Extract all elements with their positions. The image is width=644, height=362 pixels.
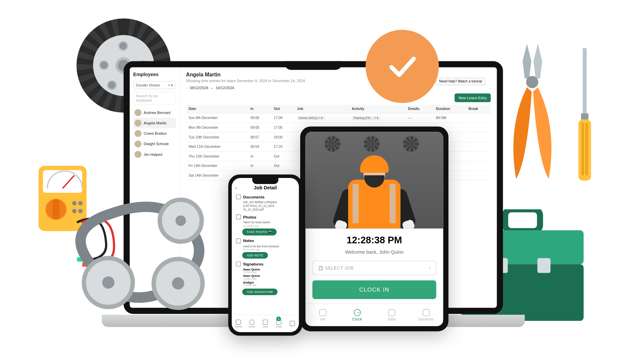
checkmark-badge <box>366 30 439 103</box>
date-range-picker[interactable]: ‹ 08/12/2024–14/12/2024 › <box>186 85 491 90</box>
svg-rect-4 <box>582 123 584 175</box>
signature-row: Godgst2 years ago <box>243 281 294 287</box>
svg-rect-10 <box>537 258 550 273</box>
select-job-dropdown[interactable]: 📋 SELECT JOB› <box>312 261 436 275</box>
note-icon <box>236 238 241 243</box>
tablet-bottom-nav: meClockJobsServices <box>306 303 443 326</box>
svg-point-25 <box>102 277 114 289</box>
document-icon <box>236 194 241 199</box>
svg-point-0 <box>526 76 538 88</box>
svg-rect-3 <box>578 120 591 181</box>
employee-row[interactable]: Jim Halpert <box>133 149 176 160</box>
document-file[interactable]: Job_001 Belfast LoftSpace (LOFT001)_01_1… <box>243 201 294 212</box>
avatar <box>135 140 142 147</box>
table-row[interactable]: Sun 8th December09:0017:00Derton (0011) … <box>186 113 491 123</box>
employee-search-input[interactable]: Search for an employee <box>133 92 176 105</box>
employee-row[interactable]: Andrew Bernard <box>133 107 176 118</box>
sidebar-title: Employees <box>133 72 176 77</box>
phone-nav-more[interactable] <box>285 315 299 332</box>
phone-title: Job Detail <box>254 185 277 190</box>
avatar <box>135 130 142 137</box>
photos-section: Photos Taken by Sean Quinn 9 months ago … <box>236 215 294 236</box>
tablet-nav-me[interactable]: me <box>306 304 340 326</box>
new-leave-entry-button[interactable]: New Leave Entry <box>455 94 491 102</box>
take-photo-button[interactable]: TAKE PHOTO 📷 <box>242 228 277 235</box>
svg-point-26 <box>172 277 184 289</box>
tablet-nav-jobs[interactable]: Jobs <box>374 304 409 326</box>
phone-nav-jobs[interactable]: Jobs <box>259 315 272 332</box>
notes-section: Notes need to fix the front entrance 10 … <box>236 238 294 258</box>
worker-photo <box>306 132 443 229</box>
clock-in-button[interactable]: CLOCK IN <box>312 280 436 299</box>
svg-rect-5 <box>585 123 588 175</box>
screwdriver-illustration <box>575 48 595 183</box>
employee-row[interactable]: Dwight Schrute <box>133 139 176 149</box>
signature-row: Sean Quinn2 years ago <box>243 274 294 280</box>
current-time: 12:28:38 PM <box>312 235 436 246</box>
phone-nav-home[interactable]: Home <box>232 315 245 332</box>
phone-bottom-nav: HomeClockJobs1Chat <box>232 315 299 332</box>
tablet-nav-services[interactable]: Services <box>409 304 443 326</box>
phone-nav-chat[interactable]: 1Chat <box>272 315 285 332</box>
employee-name-heading: Angela Martin <box>186 72 491 78</box>
tablet-nav-clock[interactable]: Clock <box>340 304 374 326</box>
svg-rect-15 <box>53 200 60 219</box>
avatar <box>135 109 142 116</box>
back-button[interactable]: ‹ <box>235 185 237 190</box>
phone-nav-clock[interactable]: Clock <box>245 315 259 332</box>
avatar <box>135 151 142 158</box>
tablet-device: 12:28:38 PM Welcome back, John Quinn 📋 S… <box>300 127 448 331</box>
svg-rect-6 <box>505 209 540 231</box>
add-note-button[interactable]: ADD NOTE <box>242 252 268 259</box>
welcome-message: Welcome back, John Quinn <box>312 249 436 255</box>
team-dropdown[interactable]: Dunder Dream× ▾ <box>133 81 176 89</box>
signature-row: Sean Quinn2 years ago <box>243 268 294 274</box>
photo-icon <box>236 215 241 220</box>
documents-section: Documents Job_001 Belfast LoftSpace (LOF… <box>236 194 294 212</box>
svg-rect-1 <box>583 48 587 116</box>
help-tutorial-button[interactable]: Need help? Watch a tutorial <box>436 78 486 85</box>
phone-device: ‹ Job Detail Documents Job_001 Belfast L… <box>228 175 303 336</box>
svg-rect-2 <box>581 114 588 120</box>
svg-point-27 <box>175 216 186 226</box>
signatures-section: Signatures Sean Quinn2 years agoSean Qui… <box>236 262 294 295</box>
signature-icon <box>236 262 241 266</box>
avatar <box>135 120 142 127</box>
belt-pulleys-illustration <box>65 196 217 323</box>
employee-row[interactable]: Creed Bratton <box>133 128 176 139</box>
pliers-illustration <box>503 44 562 183</box>
employee-row[interactable]: Angela Martin <box>133 118 176 128</box>
add-signature-button[interactable]: ADD SIGNATURE <box>242 289 277 295</box>
